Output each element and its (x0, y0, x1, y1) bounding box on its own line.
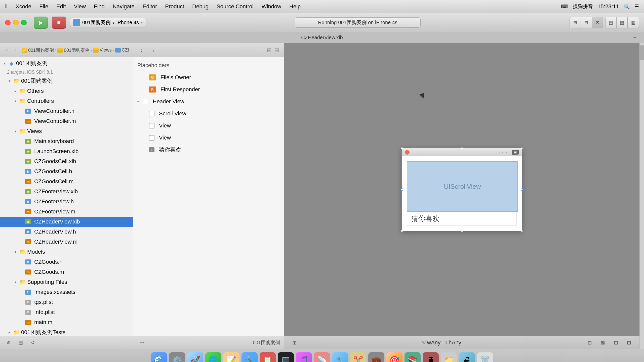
dock-terminal[interactable]: 💻 (278, 352, 294, 362)
navigator-toggle[interactable]: ▤ (606, 17, 617, 28)
assistant-editor-btn[interactable]: ⊟ (581, 17, 592, 28)
resize-handle-tm[interactable] (461, 147, 463, 149)
version-editor-btn[interactable]: ⊠ (592, 17, 603, 28)
debug-toggle[interactable]: ▦ (617, 17, 628, 28)
width-size-selector[interactable]: w wAny (422, 339, 441, 346)
sidebar-item-czgoodscell-m[interactable]: m CZGoodsCell.m (0, 176, 133, 187)
layout-btn-3[interactable]: ⊡ (610, 337, 621, 348)
menu-xcode[interactable]: Xcode (12, 2, 35, 11)
dock-notes[interactable]: 📝 (223, 352, 239, 362)
dock-item-16[interactable]: 🖨 (459, 352, 475, 362)
search-icon[interactable]: 🔍 (624, 4, 630, 10)
sidebar-item-czfooterview-h[interactable]: h CZFooterView.h (0, 197, 133, 207)
sidebar-item-czgoods-h[interactable]: h CZGoods.h (0, 257, 133, 267)
sidebar-item-czgoods-m[interactable]: m CZGoods.m (0, 267, 133, 277)
sidebar-item-czfooterview-xib[interactable]: ▣ CZFooterView.xib (0, 187, 133, 197)
scroll-view-checkbox[interactable] (149, 111, 154, 116)
dock-item-13[interactable]: 📚 (405, 352, 421, 362)
scene-add-btn[interactable]: ↩ (137, 338, 146, 347)
scene-nav-forward[interactable]: › (149, 46, 157, 54)
dock-item-15[interactable]: 📁 (441, 352, 457, 362)
dock-trash[interactable]: 🗑️ (477, 352, 493, 362)
sidebar-item-viewcontroller-h[interactable]: h ViewController.h (0, 106, 133, 116)
dock-item-12[interactable]: 🎯 (386, 352, 403, 362)
sidebar-item-czheaderview-m[interactable]: m CZHeaderView.m (0, 237, 133, 247)
sidebar-item-controllers[interactable]: ▾ 📁 Controllers (0, 96, 133, 106)
right-sidebar-handle[interactable] (640, 45, 644, 60)
menu-window[interactable]: Window (258, 2, 285, 11)
filter-btn[interactable]: ⊟ (273, 46, 280, 55)
sidebar-item-czfooterview-m[interactable]: m CZFooterView.m (0, 207, 133, 217)
sidebar-item-others[interactable]: ▸ 📁 Others (0, 86, 133, 96)
sidebar-item-main-m[interactable]: m main.m (0, 317, 133, 327)
height-size-selector[interactable]: h hAny (445, 339, 461, 346)
resize-handle-tl[interactable] (401, 147, 403, 149)
view-item-2[interactable]: View (133, 132, 284, 144)
sidebar-item-czgoodscell-xib[interactable]: ▣ CZGoodsCell.xib (0, 156, 133, 166)
project-root[interactable]: ▾ ◆ 001团购案例 (0, 58, 133, 68)
sidebar-item-supporting-files[interactable]: ▾ 📁 Supporting Files (0, 277, 133, 287)
dock-launchpad[interactable]: 🚀 (187, 352, 203, 362)
dock-finder[interactable]: 🌊 (151, 352, 167, 362)
sidebar-item-launchscreen-xib[interactable]: ▣ LaunchScreen.xib (0, 146, 133, 156)
sidebar-item-tgs-plist[interactable]: P tgs.plist (0, 297, 133, 307)
resize-handle-br[interactable] (521, 230, 523, 232)
menu-editor[interactable]: Editor (139, 2, 160, 11)
sidebar-item-czheaderview-h[interactable]: h CZHeaderView.h (0, 227, 133, 237)
dock-item-11[interactable]: 💼 (368, 352, 384, 362)
dock-xcode[interactable]: 🔨 (242, 352, 258, 362)
sidebar-item-models[interactable]: ▾ 📁 Models (0, 247, 133, 257)
sidebar-item-tests[interactable]: ▸ 📁 001团购案例Tests (0, 327, 133, 336)
view-checkbox-2[interactable] (149, 135, 154, 141)
dock-filezilla[interactable]: 📡 (314, 352, 330, 362)
header-view-item[interactable]: ▸ Header View (133, 96, 284, 108)
close-button[interactable] (5, 20, 11, 25)
resize-handle-bm[interactable] (461, 230, 463, 232)
first-responder-item[interactable]: R First Responder (133, 83, 284, 96)
apple-menu[interactable]:  (5, 3, 7, 10)
sidebar-item-views-group[interactable]: ▾ 📁 Views (0, 126, 133, 136)
dock-safari[interactable]: 🌐 (205, 352, 221, 362)
canvas-content[interactable]: • • • ▣ UIScrollView 猜你喜欢 (284, 43, 639, 336)
resize-handle-tr[interactable] (521, 147, 523, 149)
sidebar-item-images-xcassets[interactable]: 🖼 Images.xcassets (0, 287, 133, 297)
menu-find[interactable]: Find (90, 2, 108, 11)
scheme-selector[interactable]: 001团购案例 › iPhone 4s ▾ (70, 18, 146, 27)
stop-button[interactable]: ■ (52, 17, 66, 29)
menu-edit[interactable]: Edit (53, 2, 69, 11)
layout-btn-1[interactable]: ⊟ (584, 337, 595, 348)
dock-itunes[interactable]: 🎵 (296, 352, 312, 362)
files-owner-item[interactable]: O File's Owner (133, 71, 284, 83)
dock-onenote[interactable]: 📋 (260, 352, 276, 362)
dock-system-prefs[interactable]: ⚙️ (169, 352, 185, 362)
standard-editor-btn[interactable]: ⊞ (570, 17, 581, 28)
inspector-toggle[interactable]: ▧ (628, 17, 639, 28)
dock-item-9[interactable]: 🔧 (332, 352, 348, 362)
ib-scroll-view[interactable]: UIScrollView (407, 161, 518, 212)
menu-navigate[interactable]: Navigate (109, 2, 138, 11)
sidebar-action-btn[interactable]: ▤ (16, 338, 25, 347)
sidebar-history-btn[interactable]: ↺ (28, 338, 37, 347)
ib-label-view[interactable]: 猜你喜欢 (407, 212, 517, 226)
view-checkbox-1[interactable] (149, 123, 154, 128)
dock-item-14[interactable]: 🖥 (423, 352, 439, 362)
sidebar-item-viewcontroller-m[interactable]: m ViewController.m (0, 116, 133, 126)
nav-forward-btn[interactable]: › (12, 46, 20, 54)
menu-help[interactable]: Help (286, 2, 304, 11)
layout-btn-2[interactable]: ⊠ (597, 337, 608, 348)
maximize-button[interactable] (21, 20, 27, 25)
sidebar-item-main-storyboard[interactable]: ▣ Main.storyboard (0, 136, 133, 146)
menu-product[interactable]: Product (162, 2, 188, 11)
menu-view[interactable]: View (70, 2, 89, 11)
nav-back-btn[interactable]: ‹ (3, 46, 11, 54)
sidebar-item-czheaderview-xib[interactable]: ▣ CZHeaderView.xib (0, 217, 133, 227)
tab-item[interactable]: CZHeaderView.xib (295, 32, 349, 43)
sidebar-item-czgoodscell-h[interactable]: h CZGoodsCell.h (0, 166, 133, 176)
header-view-checkbox[interactable] (143, 99, 148, 104)
scroll-view-item[interactable]: Scroll View (133, 108, 284, 120)
zoom-fit-btn[interactable]: ⊞ (289, 338, 299, 348)
minimize-button[interactable] (13, 20, 19, 25)
add-tab-button[interactable]: + (631, 34, 639, 42)
sidebar-item-info-plist[interactable]: P Info.plist (0, 307, 133, 317)
menu-icon[interactable]: ☰ (634, 4, 639, 10)
